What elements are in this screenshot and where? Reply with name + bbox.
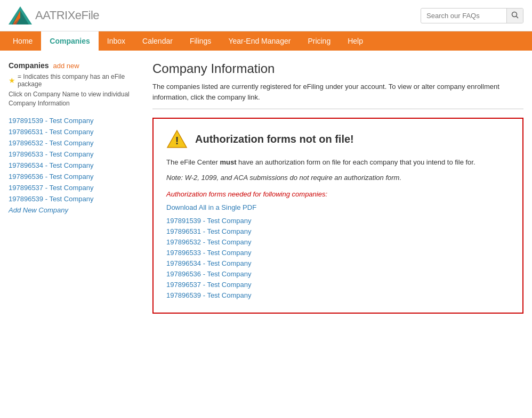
sidebar-title: Companies (9, 61, 49, 70)
sidebar-company-7[interactable]: 197896539 - Test Company (9, 195, 142, 203)
sidebar-company-1[interactable]: 197896531 - Test Company (9, 128, 142, 136)
logo-brand: AATRIX (35, 9, 75, 22)
content-description: The companies listed are currently regis… (152, 81, 523, 109)
nav: Home Companies Inbox Calendar Filings Ye… (0, 31, 532, 51)
nav-year-end[interactable]: Year-End Manager (220, 31, 299, 51)
auth-needed-label: Authorization forms needed for following… (166, 190, 510, 198)
alert-header: ! Authorization forms not on file! (166, 129, 510, 149)
nav-companies[interactable]: Companies (41, 31, 98, 51)
svg-line-5 (517, 16, 519, 18)
auth-company-3[interactable]: 197896533 - Test Company (166, 249, 510, 257)
nav-home[interactable]: Home (4, 31, 41, 51)
logo-text: AATRIXeFile (35, 9, 99, 22)
sidebar-company-5[interactable]: 197896536 - Test Company (9, 173, 142, 181)
warning-icon: ! (166, 129, 188, 149)
sidebar-company-6[interactable]: 197896537 - Test Company (9, 184, 142, 192)
click-note: Click on Company Name to view individual… (9, 90, 142, 108)
svg-point-4 (512, 12, 517, 17)
header: AATRIXeFile (0, 0, 532, 31)
content: Company Information The companies listed… (152, 61, 523, 314)
alert-box: ! Authorization forms not on file! The e… (152, 118, 523, 314)
auth-company-0[interactable]: 197891539 - Test Company (166, 217, 510, 225)
nav-help[interactable]: Help (339, 31, 372, 51)
auth-company-2[interactable]: 197896532 - Test Company (166, 238, 510, 246)
page-title: Company Information (152, 61, 523, 76)
alert-body: The eFile Center must have an authorizat… (166, 157, 510, 168)
logo-icon (9, 5, 32, 26)
auth-company-5[interactable]: 197896536 - Test Company (166, 270, 510, 278)
sidebar-company-3[interactable]: 197896533 - Test Company (9, 150, 142, 158)
alert-note: Note: W-2, 1099, and ACA submissions do … (166, 174, 510, 182)
logo: AATRIXeFile (9, 5, 99, 26)
search-icon (511, 11, 519, 19)
content-desc-text: The companies listed are currently regis… (152, 83, 499, 101)
star-note-text: = Indicates this company has an eFile pa… (18, 73, 142, 88)
sidebar-company-2[interactable]: 197896532 - Test Company (9, 139, 142, 147)
nav-filings[interactable]: Filings (181, 31, 220, 51)
auth-company-7[interactable]: 197896539 - Test Company (166, 291, 510, 299)
sidebar-company-0[interactable]: 197891539 - Test Company (9, 117, 142, 125)
search-bar (421, 8, 523, 23)
star-note: ★ = Indicates this company has an eFile … (9, 73, 142, 88)
download-all-link[interactable]: Download All in a Single PDF (166, 203, 510, 211)
auth-company-4[interactable]: 197896534 - Test Company (166, 259, 510, 267)
nav-calendar[interactable]: Calendar (134, 31, 181, 51)
sidebar-header: Companies add new (9, 61, 142, 70)
auth-company-1[interactable]: 197896531 - Test Company (166, 227, 510, 235)
auth-company-6[interactable]: 197896537 - Test Company (166, 281, 510, 289)
sidebar-company-4[interactable]: 197896534 - Test Company (9, 161, 142, 169)
add-new-company-link[interactable]: Add New Company (9, 206, 142, 214)
nav-inbox[interactable]: Inbox (99, 31, 134, 51)
svg-text:!: ! (175, 135, 179, 146)
alert-title: Authorization forms not on file! (195, 133, 354, 145)
logo-sub: eFile (75, 9, 99, 22)
search-button[interactable] (506, 9, 523, 23)
add-new-link[interactable]: add new (53, 62, 79, 70)
nav-pricing[interactable]: Pricing (299, 31, 339, 51)
main-layout: Companies add new ★ = Indicates this com… (0, 51, 532, 324)
search-input[interactable] (421, 9, 506, 22)
star-icon: ★ (9, 76, 15, 85)
sidebar: Companies add new ★ = Indicates this com… (9, 61, 142, 314)
